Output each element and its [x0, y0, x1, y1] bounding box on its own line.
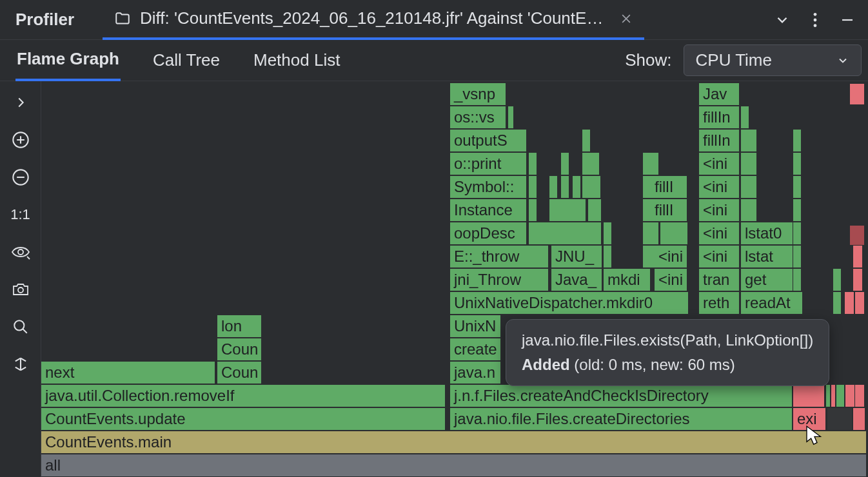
flame-frame[interactable]: get [741, 269, 793, 291]
flame-frame[interactable] [573, 176, 580, 198]
flame-frame[interactable]: lstat [741, 246, 793, 268]
flame-frame[interactable] [793, 222, 801, 244]
flame-frame[interactable] [793, 130, 801, 151]
flame-frame[interactable] [845, 292, 854, 314]
flame-frame[interactable]: <ini [655, 269, 687, 291]
flame-frame[interactable]: <ini [655, 246, 687, 268]
reset-zoom-button[interactable]: 1:1 [10, 204, 30, 226]
flame-frame[interactable] [741, 199, 756, 221]
flame-frame[interactable]: mkdi [604, 269, 650, 291]
flame-frame[interactable]: <ini [699, 246, 739, 268]
chevron-down-icon[interactable] [774, 12, 791, 28]
flame-frame[interactable] [793, 385, 824, 407]
flame-frame[interactable] [793, 199, 801, 221]
flame-frame[interactable] [833, 269, 841, 291]
flame-frame[interactable] [855, 385, 864, 407]
more-icon[interactable] [813, 12, 818, 28]
flame-frame[interactable]: fillIn [699, 106, 739, 128]
flame-frame[interactable] [588, 199, 601, 221]
tab-method-list[interactable]: Method List [252, 40, 341, 81]
flame-frame[interactable]: j.n.f.Files.createAndCheckIsDirectory [450, 385, 792, 407]
flame-frame[interactable]: readAt [741, 292, 802, 314]
flame-frame[interactable] [582, 153, 599, 175]
flame-frame[interactable]: java.n [450, 362, 500, 384]
flame-frame[interactable] [855, 292, 864, 314]
flame-frame[interactable] [741, 130, 756, 151]
flame-frame[interactable] [529, 199, 537, 221]
flame-frame[interactable] [741, 176, 756, 198]
close-tab-icon[interactable] [620, 12, 633, 25]
flame-frame[interactable] [604, 246, 611, 268]
search-icon[interactable] [12, 316, 29, 338]
flame-frame[interactable]: java.util.Collection.removeIf [41, 385, 445, 407]
flame-frame[interactable]: reth [699, 292, 739, 314]
tab-flame-graph[interactable]: Flame Graph [15, 40, 121, 81]
flame-frame[interactable] [831, 385, 835, 407]
flame-frame[interactable]: Coun [217, 338, 261, 360]
flame-frame[interactable]: o::print [450, 153, 526, 175]
flame-frame[interactable] [793, 246, 801, 268]
flame-frame[interactable] [850, 84, 864, 104]
flame-frame[interactable]: Java_ [551, 269, 602, 291]
flame-frame[interactable] [836, 385, 844, 407]
flame-frame[interactable]: fillIn [699, 130, 739, 151]
flame-frame[interactable]: Symbol:: [450, 176, 526, 198]
flame-frame[interactable] [660, 222, 687, 244]
flame-frame[interactable] [826, 385, 830, 407]
flame-frame[interactable] [741, 106, 749, 128]
flame-frame[interactable] [853, 269, 862, 291]
flame-frame[interactable] [741, 153, 756, 175]
flame-frame[interactable]: <ini [699, 176, 739, 198]
flame-frame[interactable] [845, 385, 854, 407]
flame-frame[interactable]: UnixN [450, 315, 500, 337]
flame-frame[interactable]: CountEvents.update [41, 408, 445, 430]
flame-frame[interactable] [853, 246, 862, 268]
flame-frame[interactable]: E::_throw [450, 246, 548, 268]
zoom-out-icon[interactable] [12, 166, 30, 188]
flame-frame[interactable] [582, 176, 600, 198]
flame-frame[interactable]: JNU_ [551, 246, 602, 268]
tab-call-tree[interactable]: Call Tree [152, 40, 221, 81]
flame-frame[interactable]: Coun [217, 362, 261, 384]
focus-icon[interactable] [11, 241, 30, 263]
flame-frame[interactable] [508, 106, 513, 128]
flame-frame[interactable]: _vsnp [450, 83, 506, 105]
flame-graph[interactable]: _vsnp Jav os::vs fillIn outputS fillIn o… [41, 81, 868, 477]
flame-frame[interactable]: fillI [651, 176, 687, 198]
minimize-icon[interactable] [840, 12, 855, 28]
flame-frame[interactable]: java.nio.file.Files.createDirectories [450, 408, 792, 430]
flame-frame[interactable] [549, 176, 557, 198]
file-tab[interactable]: Diff: 'CountEvents_2024_06_16_210148.jfr… [103, 0, 644, 40]
flame-frame[interactable] [604, 222, 611, 244]
flame-frame[interactable] [561, 153, 569, 175]
flame-frame[interactable] [833, 292, 841, 314]
flame-frame[interactable] [827, 408, 852, 430]
flame-frame[interactable]: jni_Throw [450, 269, 548, 291]
flame-frame[interactable] [793, 269, 801, 291]
flame-frame[interactable]: <ini [699, 199, 739, 221]
flame-frame[interactable] [793, 153, 801, 175]
flame-frame[interactable]: lon [217, 315, 261, 337]
flame-frame[interactable] [582, 130, 590, 151]
flame-frame[interactable]: outputS [450, 130, 526, 151]
expand-icon[interactable] [14, 92, 28, 113]
flame-frame[interactable] [529, 176, 537, 198]
flame-frame[interactable]: CountEvents.main [41, 431, 866, 453]
flame-frame[interactable] [793, 176, 801, 198]
zoom-in-icon[interactable] [12, 129, 30, 151]
flame-frame[interactable]: tran [699, 269, 739, 291]
screenshot-icon[interactable] [12, 278, 30, 300]
flame-frame[interactable]: Jav [699, 83, 739, 105]
flame-frame[interactable] [561, 176, 569, 198]
flame-frame[interactable]: Instance [450, 199, 526, 221]
flame-frame[interactable]: create [450, 338, 500, 360]
flame-frame[interactable] [643, 222, 658, 244]
flame-frame[interactable]: <ini [699, 153, 739, 175]
collapse-icon[interactable] [12, 353, 30, 375]
flame-frame[interactable]: oopDesc [450, 222, 526, 244]
flame-frame[interactable]: <ini [699, 222, 739, 244]
flame-frame[interactable] [850, 226, 864, 245]
flame-frame[interactable]: os::vs [450, 106, 506, 128]
flame-frame[interactable]: next [41, 362, 215, 384]
flame-frame[interactable]: lstat0 [741, 222, 793, 244]
